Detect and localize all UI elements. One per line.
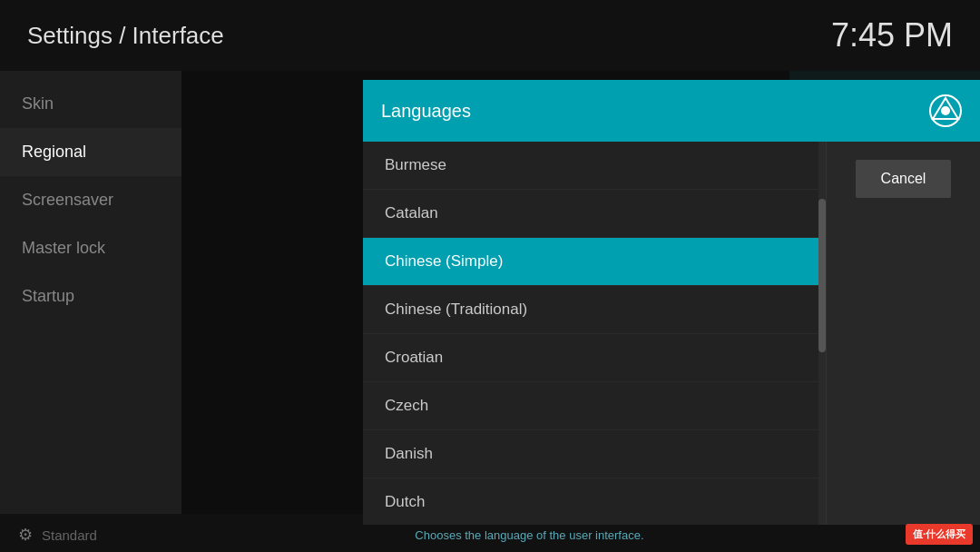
cancel-button[interactable]: Cancel [856, 160, 952, 198]
modal-actions: Cancel [826, 142, 980, 525]
clock: 7:45 PM [831, 16, 953, 54]
content-area: English Default English QWERTY USA (12h)… [181, 71, 980, 514]
header: Settings / Interface 7:45 PM [0, 0, 980, 71]
sidebar-item-masterlock[interactable]: Master lock [0, 224, 181, 272]
lang-item-chinese-simple[interactable]: Chinese (Simple) [363, 238, 818, 286]
page-title: Settings / Interface [27, 22, 224, 50]
sidebar-item-skin[interactable]: Skin [0, 80, 181, 128]
gear-icon: ⚙ [18, 525, 33, 545]
languages-modal: Languages Burmese [363, 80, 980, 525]
statusbar-left: ⚙ Standard [18, 525, 97, 545]
lang-item-czech[interactable]: Czech [363, 382, 818, 430]
statusbar-hint: Chooses the language of the user interfa… [97, 528, 962, 542]
modal-overlay: Languages Burmese [181, 71, 980, 514]
lang-item-dutch[interactable]: Dutch [363, 478, 818, 525]
kodi-logo-icon [929, 94, 962, 127]
main-content: Skin Regional Screensaver Master lock St… [0, 71, 980, 514]
modal-title: Languages [381, 101, 471, 122]
settings-level-label[interactable]: Standard [42, 527, 97, 543]
sidebar: Skin Regional Screensaver Master lock St… [0, 71, 181, 514]
lang-item-danish[interactable]: Danish [363, 430, 818, 478]
sidebar-item-startup[interactable]: Startup [0, 272, 181, 320]
modal-header: Languages [363, 80, 980, 142]
scrollbar-thumb [818, 199, 826, 352]
sidebar-item-screensaver[interactable]: Screensaver [0, 176, 181, 224]
lang-item-burmese[interactable]: Burmese [363, 142, 818, 190]
sidebar-item-regional[interactable]: Regional [0, 128, 181, 176]
svg-point-2 [941, 106, 950, 115]
lang-item-croatian[interactable]: Croatian [363, 334, 818, 382]
modal-scrollbar[interactable] [818, 142, 826, 525]
watermark: 值·什么得买 [906, 524, 973, 545]
lang-item-chinese-traditional[interactable]: Chinese (Traditional) [363, 286, 818, 334]
language-list[interactable]: Burmese Catalan Chinese (Simple) Chinese… [363, 142, 818, 525]
modal-body: Burmese Catalan Chinese (Simple) Chinese… [363, 142, 980, 525]
lang-item-catalan[interactable]: Catalan [363, 190, 818, 238]
